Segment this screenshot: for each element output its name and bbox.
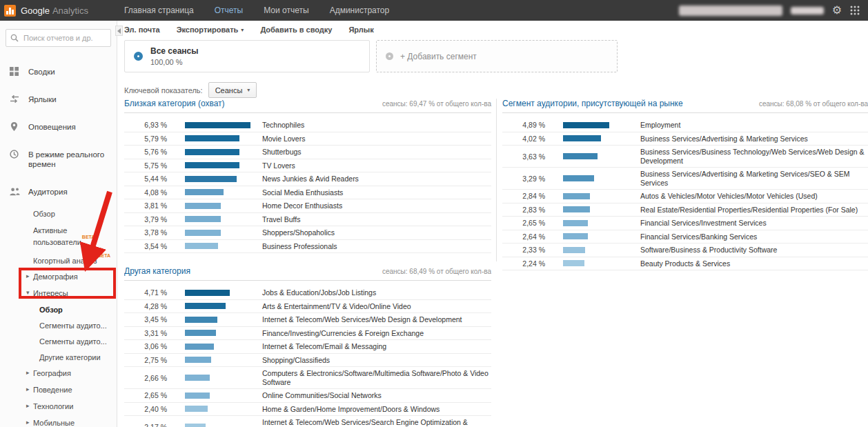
google-analytics-app: Google Analytics Главная страницаОтчетыМ… bbox=[0, 0, 868, 427]
bar-percent: 3,45 % bbox=[124, 315, 167, 324]
bar-label: Real Estate/Residential Properties/Resid… bbox=[640, 206, 858, 215]
shortcut-button[interactable]: Ярлык bbox=[348, 26, 373, 34]
sidebar-collapse-button[interactable] bbox=[115, 26, 123, 36]
bar-track bbox=[185, 393, 254, 399]
search-input[interactable] bbox=[22, 33, 106, 43]
bar-row: 5,79 %Movie Lovers bbox=[124, 132, 491, 146]
bar-row: 2,75 %Shopping/Classifieds bbox=[124, 354, 491, 368]
segment-circle-icon bbox=[134, 52, 143, 61]
bar-percent: 2,65 % bbox=[502, 219, 545, 227]
chevron-down-icon: ▾ bbox=[26, 288, 33, 297]
chevron-right-icon: ▸ bbox=[26, 368, 33, 377]
panel-title-link[interactable]: Сегмент аудитории, присутствующей на рын… bbox=[502, 99, 683, 108]
bar-rows: 4,71 %Jobs & Education/Jobs/Job Listings… bbox=[124, 286, 491, 427]
bar-row: 3,06 %Internet & Telecom/Email & Messagi… bbox=[124, 340, 491, 354]
panel-divider bbox=[496, 99, 497, 261]
bar bbox=[185, 303, 226, 309]
sidebar-item-mobile[interactable]: ▸Мобильные устройства bbox=[0, 415, 117, 427]
sidebar-item-alerts[interactable]: Оповещения bbox=[0, 113, 117, 141]
chevron-right-icon: ▸ bbox=[26, 272, 33, 281]
bar-label: Shopping/Classifieds bbox=[262, 356, 330, 365]
bar-label: Business Services/Business Technology/We… bbox=[640, 148, 868, 165]
gear-icon[interactable]: ⚙ bbox=[832, 5, 842, 16]
sidebar-item-technology[interactable]: ▸Технологии bbox=[0, 398, 117, 415]
sidebar-item-active-users[interactable]: Активные пользователиBETA bbox=[0, 222, 117, 250]
bar-label: Financial Services/Investment Services bbox=[640, 219, 767, 228]
panel-title-link[interactable]: Другая категория bbox=[124, 266, 190, 276]
bar-row: 2,17 %Internet & Telecom/Web Services/Se… bbox=[124, 416, 491, 427]
sidebar-item-other-categories[interactable]: Другие категории bbox=[0, 349, 117, 365]
bar-percent: 2,33 % bbox=[502, 246, 545, 254]
add-segment-button[interactable]: + Добавить сегмент bbox=[376, 40, 618, 72]
sidebar-item-inmarket-segments-label: Сегменты аудито... bbox=[39, 337, 107, 346]
bar-percent: 3,78 % bbox=[124, 228, 167, 237]
bar-track bbox=[563, 135, 632, 141]
beta-badge: BETA bbox=[82, 235, 95, 239]
all-sessions-segment[interactable]: Все сеансы 100,00 % bbox=[124, 40, 370, 72]
bar-percent: 2,40 % bbox=[124, 405, 167, 413]
bar-row: 4,89 %Employment bbox=[502, 119, 868, 132]
top-nav-home[interactable]: Главная страница bbox=[124, 6, 194, 15]
bar-percent: 4,89 % bbox=[502, 121, 545, 129]
sidebar-item-audience-overview[interactable]: Обзор bbox=[0, 206, 117, 222]
bar bbox=[185, 406, 208, 412]
email-button[interactable]: Эл. почта bbox=[124, 26, 160, 34]
bar bbox=[185, 176, 237, 182]
sidebar-item-realtime[interactable]: В режиме реального времен bbox=[0, 141, 117, 178]
chevron-right-icon: ▸ bbox=[26, 401, 33, 410]
bar-row: 2,66 %Computers & Electronics/Software/M… bbox=[124, 367, 491, 389]
google-analytics-logo[interactable]: Google Analytics bbox=[0, 5, 116, 17]
bar bbox=[185, 135, 239, 141]
bar-row: 2,65 %Financial Services/Investment Serv… bbox=[502, 217, 868, 230]
bar-track bbox=[563, 260, 632, 266]
bar-percent: 2,66 % bbox=[124, 374, 167, 382]
top-nav-my-reports[interactable]: Мои отчеты bbox=[264, 6, 308, 15]
primary-metric-select[interactable]: Сеансы ▾ bbox=[208, 82, 257, 98]
add-segment-label: + Добавить сегмент bbox=[400, 52, 477, 61]
sidebar-item-behavior[interactable]: ▸Поведение bbox=[0, 381, 117, 398]
sidebar-item-interests-overview[interactable]: Обзор bbox=[0, 301, 117, 317]
bar-label: Technophiles bbox=[262, 121, 304, 130]
sidebar-item-affinity-segments[interactable]: Сегменты аудито... bbox=[0, 317, 117, 333]
bar-label: Travel Buffs bbox=[262, 215, 300, 224]
bar-label: Internet & Telecom/Web Services/Web Desi… bbox=[262, 315, 462, 324]
dashboards-icon bbox=[10, 67, 21, 76]
sidebar-item-other-categories-label: Другие категории bbox=[39, 352, 101, 362]
bar-row: 5,75 %TV Lovers bbox=[124, 159, 491, 173]
apps-grid-icon[interactable] bbox=[850, 6, 860, 15]
panel-title-link[interactable]: Близкая категория (охват) bbox=[124, 99, 225, 108]
bar-label: Movie Lovers bbox=[262, 135, 305, 143]
collapse-left-icon bbox=[117, 28, 121, 34]
add-to-dashboard-button[interactable]: Добавить в сводку bbox=[260, 26, 332, 34]
sidebar-item-shortcuts[interactable]: Ярлыки bbox=[0, 86, 117, 113]
bar-row: 3,45 %Internet & Telecom/Web Services/We… bbox=[124, 313, 491, 327]
bar bbox=[185, 330, 216, 336]
sidebar-item-audience[interactable]: Аудитория bbox=[0, 178, 117, 206]
bar-percent: 5,79 % bbox=[124, 135, 167, 143]
primary-metric-value: Сеансы bbox=[215, 86, 243, 95]
bar-percent: 4,08 % bbox=[124, 188, 167, 197]
bar bbox=[185, 424, 206, 427]
bar bbox=[185, 317, 217, 323]
bar bbox=[563, 135, 601, 141]
bar-row: 6,93 %Technophiles bbox=[124, 119, 491, 132]
sidebar-item-demographics[interactable]: ▸Демография bbox=[0, 268, 117, 285]
export-button[interactable]: Экспортировать▾ bbox=[177, 26, 244, 34]
sidebar-item-cohort-analysis[interactable]: Когортный анализBETA bbox=[0, 250, 117, 269]
sidebar-item-interests[interactable]: ▾Интересы bbox=[0, 285, 117, 301]
bar bbox=[185, 290, 230, 296]
bar-label: Autos & Vehicles/Motor Vehicles/Motor Ve… bbox=[640, 192, 818, 201]
affinity-category-panel: Близкая категория (охват)сеансы: 69,47 %… bbox=[124, 99, 491, 253]
sidebar-item-mobile-label: Мобильные устройства bbox=[33, 418, 112, 427]
top-nav-reports[interactable]: Отчеты bbox=[215, 6, 243, 15]
sidebar-item-audience-overview-label: Обзор bbox=[33, 209, 55, 219]
sidebar-item-geo[interactable]: ▸География bbox=[0, 365, 117, 381]
bar-track bbox=[185, 406, 254, 412]
sidebar-item-dashboards[interactable]: Сводки bbox=[0, 58, 117, 86]
panel-header: Другая категориясеансы: 68,49 % от общег… bbox=[124, 266, 491, 281]
bar-track bbox=[185, 424, 254, 427]
bar-row: 4,08 %Social Media Enthusiasts bbox=[124, 186, 491, 200]
top-nav-admin[interactable]: Администратор bbox=[330, 6, 390, 15]
account-info-redacted bbox=[679, 6, 782, 16]
sidebar-item-inmarket-segments[interactable]: Сегменты аудито... bbox=[0, 333, 117, 349]
